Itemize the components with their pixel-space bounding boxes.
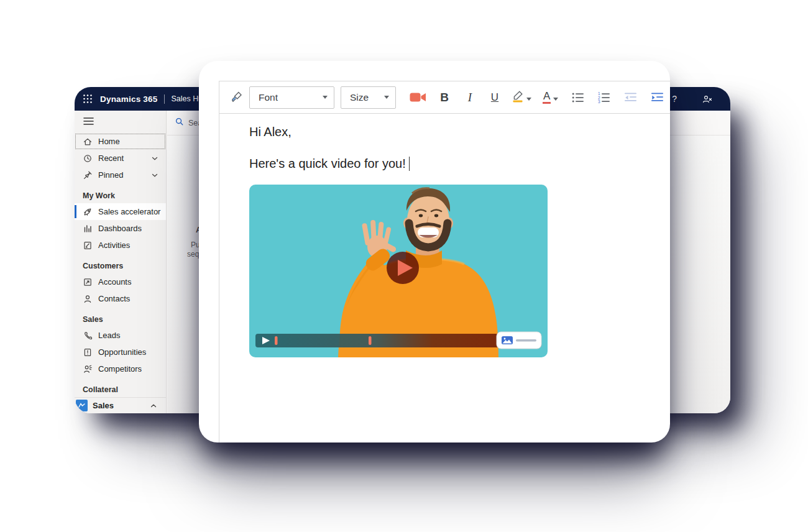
sidebar-item-label: Recent [98,154,124,163]
screenshot-stage: Dynamics 365 Sales Hub ? HomeRecentPinne… [0,0,808,532]
sidebar-item-label: Activities [98,241,130,250]
editor-frame: Font Size B I U A [219,81,670,443]
sidebar-item-label: Contacts [98,294,130,303]
header-divider [164,94,165,104]
empty-state-text-fragment: seq [187,250,199,259]
outdent-icon[interactable] [625,92,637,103]
user-switch-icon[interactable] [702,94,713,104]
sidebar-section-sales: Sales [75,307,166,327]
editor-toolbar: Font Size B I U A [219,81,670,114]
dashboards-icon [83,224,93,234]
underline-button[interactable]: U [489,91,500,104]
scrub-marker [275,336,278,345]
sidebar-item-label: Competitors [98,364,142,374]
sidebar-item-recent[interactable]: Recent [75,150,166,167]
sidebar-item-label: Sales accelerator [98,207,160,216]
email-body-editable[interactable]: Hi Alex, Here's a quick video for you! [219,114,670,357]
caret-down-icon [553,92,558,103]
bold-button[interactable]: B [438,91,451,104]
rocket-icon [83,207,93,217]
bullet-list-icon[interactable] [572,92,584,103]
highlight-icon [512,89,524,105]
contacts-icon [83,294,93,304]
message-line: Here's a quick video for you! [249,157,406,171]
accounts-icon [83,277,93,287]
waffle-icon[interactable] [83,94,93,104]
text-cursor [409,157,410,171]
italic-button[interactable]: I [464,91,475,104]
sidebar-section-my-work: My Work [75,183,166,203]
sidebar-item-label: Opportunities [98,347,146,357]
sidebar-item-label: Pinned [98,170,123,180]
opportunities-icon [83,347,93,357]
chevron-down-icon [150,170,160,180]
sidebar-item-competitors[interactable]: Competitors [75,360,166,377]
app-tile-icon [76,400,88,411]
home-icon [83,137,93,147]
chevron-down-icon [150,154,160,163]
highlight-button[interactable] [512,89,531,105]
caret-down-icon [384,96,389,99]
format-painter-icon[interactable] [230,91,243,104]
sidebar-section-collateral: Collateral [75,377,166,397]
chevron-up-icon [149,401,158,411]
clock-icon [83,154,93,163]
scrub-marker [369,336,372,345]
indent-icon[interactable] [651,92,664,103]
menu-icon[interactable] [75,111,166,133]
area-switcher[interactable]: Sales [75,397,166,413]
caret-down-icon [526,92,531,103]
svg-text:3: 3 [598,99,600,103]
search-icon [175,117,184,129]
help-icon[interactable]: ? [672,94,677,104]
sidebar-item-label: Accounts [98,277,131,287]
size-dropdown-label: Size [350,92,369,103]
sidebar-item-home[interactable]: Home [75,133,166,150]
size-dropdown[interactable]: Size [341,86,396,109]
caret-down-icon [323,96,328,99]
activities-icon [83,241,93,250]
sidebar-item-opportunities[interactable]: Opportunities [75,344,166,360]
font-dropdown-label: Font [259,92,278,103]
sidebar-item-pinned[interactable]: Pinned [75,167,166,183]
sidebar-item-leads[interactable]: Leads [75,327,166,344]
leads-icon [83,331,93,341]
brand-title: Dynamics 365 [100,94,157,104]
video-thumbnail[interactable] [249,185,548,357]
video-camera-icon[interactable] [410,91,426,103]
font-color-icon: A [543,91,551,104]
sidebar-item-activities[interactable]: Activities [75,237,166,254]
sidebar-item-contacts[interactable]: Contacts [75,290,166,307]
sidebar-item-accounts[interactable]: Accounts [75,273,166,290]
sidebar-item-label: Home [98,137,120,146]
sidebar-item-dashboards[interactable]: Dashboards [75,220,166,237]
sidebar-section-customers: Customers [75,254,166,273]
font-color-button[interactable]: A [543,91,558,104]
message-line: Hi Alex, [249,125,670,139]
thumbnail-pill [497,332,541,349]
competitors-icon [83,364,93,374]
pin-icon [83,170,93,180]
email-editor-card: Font Size B I U A [199,61,670,443]
sidebar-item-label: Leads [98,331,120,340]
sitemap-sidebar: HomeRecentPinnedMy WorkSales accelerator… [75,111,167,413]
sidebar-item-sales-accelerator[interactable]: Sales accelerator [75,203,166,220]
font-dropdown[interactable]: Font [249,86,334,109]
numbered-list-icon[interactable]: 123 [598,92,610,103]
sidebar-item-label: Dashboards [98,224,142,233]
area-switcher-label: Sales [93,401,114,410]
